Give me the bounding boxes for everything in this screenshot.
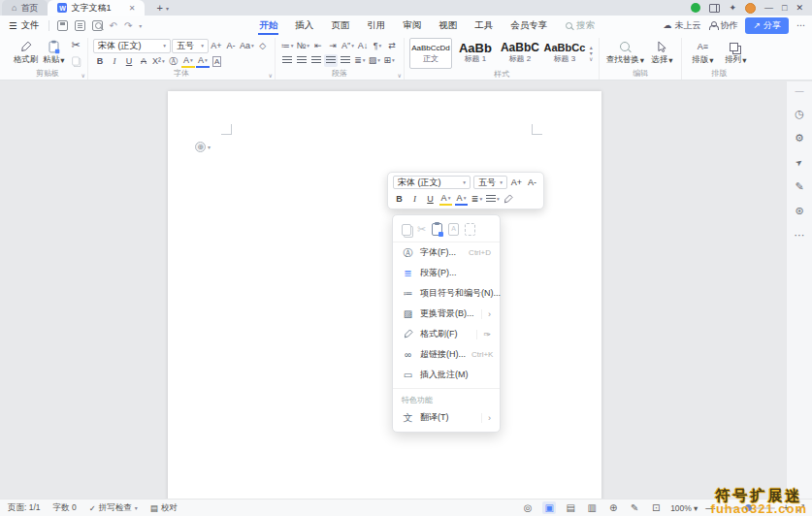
mini-bold-button[interactable]: B [393, 192, 406, 206]
sidebar-more-icon[interactable]: ⋯ [795, 229, 805, 242]
show-marks-button[interactable]: ¶▾ [371, 40, 384, 52]
word-count[interactable]: 字数 0 [53, 502, 77, 514]
ctx-paste-icon[interactable] [432, 223, 442, 236]
settings-icon[interactable]: ✦ [729, 3, 736, 13]
ctx-item-font[interactable]: Ⓐ 字体(F)... Ctrl+D [393, 242, 500, 263]
borders-button[interactable]: ⊞▾ [382, 54, 396, 67]
font-dialog-launcher-icon[interactable]: ∨ [268, 72, 272, 79]
page-tool-button[interactable]: ⊕ ▾ [195, 142, 211, 152]
ctx-copy-icon[interactable] [402, 224, 411, 236]
highlight-button[interactable]: A▾ [181, 55, 195, 68]
typeset-button[interactable]: A≡ 排版▾ [687, 40, 718, 66]
ctx-cut-icon[interactable]: ✂ [417, 223, 426, 236]
ctx-item-paragraph[interactable]: ≣ 段落(P)... [393, 263, 500, 283]
justify-button[interactable] [324, 54, 338, 67]
share-button[interactable]: ↗ 分享 [745, 17, 789, 34]
line-spacing-button[interactable]: ≣▾ [353, 54, 367, 67]
mini-highlight-button[interactable]: A▾ [439, 192, 452, 206]
customize-toolbar-icon[interactable]: ▾ [139, 22, 142, 29]
tab-member[interactable]: 会员专享 [502, 16, 556, 35]
paragraph-dialog-launcher-icon[interactable]: ∨ [398, 72, 402, 79]
mini-grow-font-button[interactable]: A+ [510, 176, 523, 189]
tab-close-icon[interactable]: ✕ [129, 4, 136, 13]
print-icon[interactable] [75, 20, 85, 31]
mini-font-color-button[interactable]: A▾ [455, 192, 468, 206]
cloud-status[interactable]: ☁ 未上云 [663, 19, 700, 32]
workspace-icon[interactable] [709, 4, 720, 13]
bold-button[interactable]: B [93, 55, 107, 68]
style-normal[interactable]: AaBbCcDd 正文 [409, 38, 452, 69]
tab-home[interactable]: ⌂ 首页 [2, 0, 48, 16]
font-family-select[interactable]: 宋体 (正文) ▾ [93, 39, 171, 53]
underline-button[interactable]: U [122, 55, 136, 68]
font-size-select[interactable]: 五号 ▾ [172, 39, 209, 53]
mini-font-size-select[interactable]: 五号 ▾ [473, 176, 507, 189]
avatar[interactable] [745, 3, 756, 14]
cut-icon[interactable]: ✂ [69, 39, 82, 51]
select-button[interactable]: 选择▾ [647, 40, 676, 66]
distribute-button[interactable] [339, 54, 352, 67]
more-icon[interactable]: ⋯ [796, 20, 805, 30]
font-color-button[interactable]: A▾ [196, 55, 210, 68]
enclose-character-button[interactable]: Ⓐ [167, 55, 180, 68]
phonetic-guide-button[interactable]: A″▾ [341, 40, 355, 52]
save-icon[interactable] [57, 20, 68, 31]
minimize-button[interactable]: — [764, 3, 773, 13]
print-preview-icon[interactable] [92, 20, 103, 31]
numbering-button[interactable]: №▾ [296, 40, 310, 52]
ctx-item-bullets-numbering[interactable]: ≔ 项目符号和编号(N)... [393, 283, 500, 304]
close-button[interactable]: ✕ [796, 3, 803, 13]
undo-icon[interactable]: ↶ [110, 20, 117, 31]
tab-start[interactable]: 开始 [250, 16, 286, 35]
text-direction-button[interactable]: ⇄ [385, 40, 399, 52]
ctx-item-change-background[interactable]: ▨ 更换背景(B)... › [393, 304, 500, 324]
style-heading3[interactable]: AaBbCc 标题 3 [543, 38, 586, 69]
ctx-item-hyperlink[interactable]: ∞ 超链接(H)... Ctrl+K [393, 344, 500, 365]
character-shading-button[interactable]: A [211, 55, 224, 68]
read-mode-icon[interactable]: ▥ [585, 501, 599, 514]
paste-button[interactable]: 粘贴▾ [41, 40, 67, 66]
document-page[interactable] [168, 91, 601, 499]
sort-button[interactable]: A↓ [356, 40, 370, 52]
ctx-item-format-painter[interactable]: 格式刷(F) ✑ [393, 324, 500, 344]
ctx-paste-text-icon[interactable] [448, 223, 459, 236]
restore-button[interactable]: □ [782, 3, 787, 13]
ctx-paste-special-icon[interactable] [465, 223, 475, 236]
outline-view-icon[interactable]: ▤ [564, 501, 577, 514]
mini-align-button[interactable]: ▾ [486, 192, 500, 206]
tab-page[interactable]: 页面 [322, 16, 358, 35]
spellcheck-button[interactable]: ✓ 拼写检查 ▾ [89, 502, 138, 514]
print-layout-view-icon[interactable]: ▣ [542, 501, 556, 514]
clear-format-button[interactable]: ◇ [256, 40, 270, 52]
ink-tool-icon[interactable]: ✎ [628, 501, 641, 514]
clipboard-dialog-launcher-icon[interactable]: ∨ [81, 72, 85, 79]
tab-document[interactable]: W 文字文稿1 ✕ [48, 0, 145, 16]
copy-icon[interactable] [69, 54, 82, 67]
assistant-icon[interactable] [691, 3, 700, 13]
tab-tools[interactable]: 工具 [466, 16, 502, 35]
increase-indent-button[interactable]: ⇥ [326, 40, 340, 52]
bullets-button[interactable]: ≔▾ [280, 40, 295, 52]
ctx-item-insert-comment[interactable]: ▭ 插入批注(M) [393, 365, 500, 385]
align-center-button[interactable] [295, 54, 309, 67]
styles-more-icon[interactable]: ∨ [589, 56, 593, 62]
italic-button[interactable]: I [108, 55, 121, 68]
mini-underline-button[interactable]: U [424, 192, 437, 206]
ctx-item-translate[interactable]: 文 翻译(T) › [393, 407, 500, 428]
pin-icon[interactable]: ✑ [476, 330, 491, 339]
change-case-button[interactable]: Aa▾ [239, 40, 255, 52]
tab-review[interactable]: 审阅 [394, 16, 430, 35]
style-heading2[interactable]: AaBbC 标题 2 [499, 38, 541, 69]
collaborate-button[interactable]: 协作 [708, 19, 737, 32]
grow-font-button[interactable]: A+ [210, 40, 223, 52]
style-heading1[interactable]: AaBb 标题 1 [454, 38, 497, 69]
arrange-button[interactable]: 排列▾ [720, 40, 751, 66]
seal-icon[interactable]: ⊛ [795, 205, 803, 217]
proofread-button[interactable]: ▤ 校对 [150, 502, 178, 514]
mini-italic-button[interactable]: I [408, 192, 421, 206]
properties-icon[interactable]: ⚙ [795, 132, 804, 145]
mini-shrink-font-button[interactable]: A- [526, 176, 538, 189]
mini-line-spacing-button[interactable]: ≣▾ [471, 192, 483, 206]
align-right-button[interactable] [309, 54, 323, 67]
find-replace-button[interactable]: 查找替换▾ [604, 40, 645, 66]
